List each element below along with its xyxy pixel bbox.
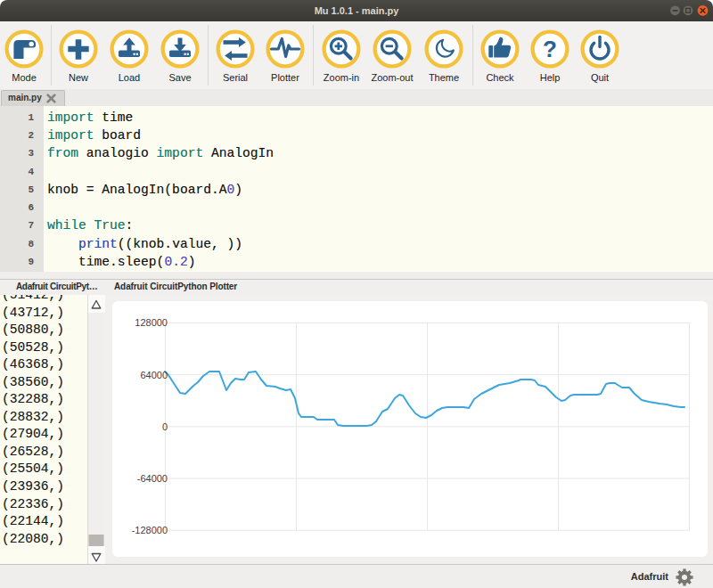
- svg-text:?: ?: [543, 36, 557, 62]
